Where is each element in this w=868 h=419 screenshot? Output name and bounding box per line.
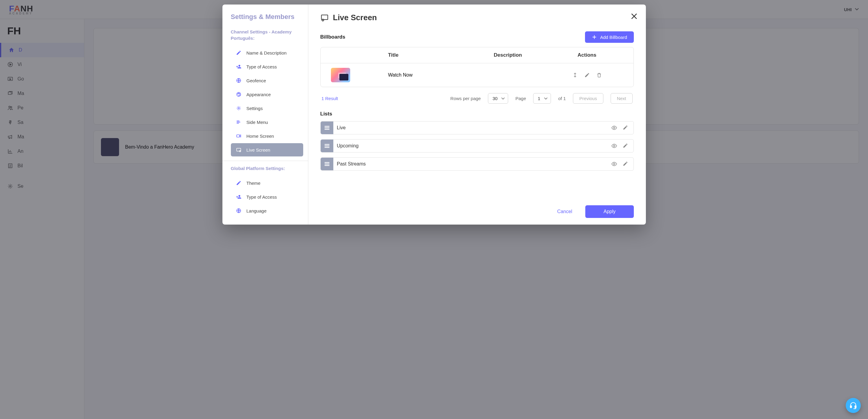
svg-point-9	[237, 93, 238, 94]
sidebar-item-theme[interactable]: Theme	[231, 176, 303, 189]
modal-header: Live Screen	[308, 4, 646, 25]
cancel-button[interactable]: Cancel	[553, 206, 577, 217]
drag-icon	[324, 162, 330, 166]
sidebar-item-label: Name & Description	[247, 50, 287, 56]
sidebar-item-label: Settings	[247, 106, 263, 111]
modal-sidebar-title: Settings & Members	[222, 13, 308, 29]
sidebar-item-label: Side Menu	[247, 120, 268, 125]
edit-button[interactable]	[623, 143, 628, 149]
svg-rect-13	[237, 135, 240, 137]
video-icon	[236, 133, 241, 139]
list-actions	[611, 161, 633, 167]
svg-rect-22	[850, 406, 851, 408]
sidebar-item-label: Geofence	[247, 78, 266, 83]
lists-label: Lists	[320, 111, 333, 117]
eye-icon	[611, 161, 617, 167]
page-select[interactable]: 1	[533, 93, 551, 104]
sidebar-item-name-description[interactable]: Name & Description	[231, 46, 303, 59]
svg-point-10	[238, 93, 239, 93]
sidebar-item-settings[interactable]: Settings	[231, 101, 303, 115]
settings-modal: Settings & Members Channel Settings - Ac…	[222, 4, 646, 225]
visibility-button[interactable]	[611, 161, 617, 167]
drag-handle[interactable]	[321, 140, 333, 152]
pencil-icon	[623, 161, 628, 167]
page-of-text: of 1	[558, 96, 566, 101]
trash-icon	[596, 72, 602, 78]
visibility-button[interactable]	[611, 125, 617, 131]
add-billboard-button[interactable]: Add Billboard	[585, 31, 633, 43]
eye-icon	[611, 125, 617, 131]
delete-button[interactable]	[596, 72, 602, 78]
svg-point-20	[613, 145, 615, 147]
sidebar-group-channel: Channel Settings - Academy Português:	[222, 29, 308, 46]
sidebar-item-label: Live Screen	[247, 147, 270, 152]
pencil-icon	[623, 143, 628, 148]
sidebar-separator	[222, 161, 308, 161]
edit-button[interactable]	[584, 72, 590, 78]
modal-footer: Cancel Apply	[308, 199, 646, 225]
sidebar-group-global: Global Platform Settings:	[222, 165, 308, 176]
sidebar-item-appearance[interactable]: Appearance	[231, 88, 303, 101]
reorder-button[interactable]	[572, 72, 578, 78]
sidebar-item-label: Appearance	[247, 92, 271, 97]
previous-button[interactable]: Previous	[573, 93, 603, 104]
close-icon	[630, 12, 638, 20]
sidebar-item-side-menu[interactable]: Side Menu	[231, 115, 303, 129]
visibility-button[interactable]	[611, 143, 617, 149]
sidebar-item-label: Home Screen	[247, 133, 274, 139]
pagination: 1 Result Rows per page 30 Page 1 of 1 Pr…	[320, 87, 634, 110]
headset-icon	[849, 401, 857, 409]
screen-settings-icon	[236, 147, 241, 152]
svg-point-12	[238, 108, 239, 109]
list-item: Past Streams	[320, 157, 634, 171]
svg-point-18	[322, 19, 324, 21]
sidebar-item-language[interactable]: Language	[231, 204, 303, 217]
list-name: Upcoming	[333, 143, 611, 149]
eye-icon	[611, 143, 617, 149]
rows-per-page-label: Rows per page	[450, 96, 481, 101]
drag-handle[interactable]	[321, 158, 333, 170]
edit-button[interactable]	[623, 125, 628, 131]
lists-header: Lists	[320, 111, 634, 117]
result-count: 1 Result	[321, 96, 338, 101]
list-actions	[611, 125, 633, 131]
svg-point-21	[613, 163, 615, 165]
sidebar-item-type-of-access-global[interactable]: Type of Access	[231, 190, 303, 204]
list-icon	[236, 119, 241, 125]
sidebar-item-type-of-access[interactable]: Type of Access	[231, 60, 303, 73]
support-button[interactable]	[846, 398, 861, 413]
edit-button[interactable]	[623, 161, 628, 167]
page-label: Page	[516, 96, 526, 101]
pencil-icon	[584, 72, 590, 78]
close-button[interactable]	[630, 12, 638, 20]
sidebar-item-label: Theme	[247, 181, 261, 186]
list-name: Live	[333, 125, 611, 130]
list-item: Upcoming	[320, 139, 634, 152]
apply-button[interactable]: Apply	[585, 205, 633, 218]
drag-icon	[324, 126, 330, 130]
globe-icon	[236, 78, 241, 83]
palette-icon	[236, 92, 241, 97]
sidebar-item-label: Type of Access	[247, 194, 277, 200]
modal-sidebar: Settings & Members Channel Settings - Ac…	[222, 4, 308, 225]
drag-handle[interactable]	[321, 121, 333, 134]
screen-settings-icon	[320, 13, 329, 22]
gear-icon	[236, 106, 241, 111]
sidebar-item-label: Type of Access	[247, 64, 277, 69]
col-actions: Actions	[548, 52, 626, 58]
modal-main: Live Screen Billboards Add Billboard	[308, 4, 646, 225]
drag-icon	[324, 144, 330, 148]
col-title: Title	[388, 52, 468, 58]
col-description: Description	[468, 52, 548, 58]
sidebar-item-home-screen[interactable]: Home Screen	[231, 129, 303, 143]
svg-point-11	[239, 93, 240, 94]
rows-per-page-select[interactable]: 30	[488, 93, 508, 104]
next-button[interactable]: Next	[611, 93, 632, 104]
billboards-label: Billboards	[320, 34, 345, 40]
pencil-icon	[623, 125, 628, 130]
svg-rect-14	[237, 148, 241, 151]
sidebar-item-live-screen[interactable]: Live Screen	[231, 143, 303, 156]
reorder-icon	[572, 72, 578, 78]
sidebar-item-geofence[interactable]: Geofence	[231, 74, 303, 87]
button-label: Add Billboard	[600, 35, 627, 40]
